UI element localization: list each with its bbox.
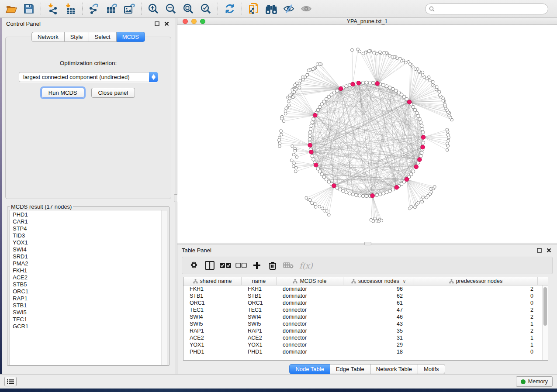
network-node[interactable] — [420, 124, 423, 127]
network-node[interactable] — [325, 210, 328, 213]
network-node[interactable] — [318, 205, 321, 208]
network-node[interactable] — [355, 193, 358, 197]
table-row[interactable]: STB1STB1dominator620 — [183, 292, 548, 299]
import-network-button[interactable] — [44, 1, 62, 16]
network-node[interactable] — [291, 145, 294, 148]
column-header-predecessor-nodes[interactable]: predecessor nodes — [414, 277, 538, 285]
export-image-button[interactable] — [121, 1, 138, 16]
network-node[interactable] — [431, 84, 434, 87]
network-node[interactable] — [421, 131, 425, 134]
network-node[interactable] — [292, 153, 295, 156]
apply-layout-button[interactable] — [221, 1, 239, 16]
network-node[interactable] — [446, 128, 449, 131]
save-session-button[interactable] — [20, 1, 38, 16]
table-scrollbar[interactable] — [542, 285, 548, 360]
network-node[interactable] — [418, 117, 422, 121]
table-row[interactable]: FKH1FKH1dominator962 — [183, 285, 548, 292]
network-node[interactable] — [438, 94, 441, 97]
show-all-button[interactable] — [298, 1, 315, 16]
network-node[interactable] — [388, 189, 392, 193]
tab-mcds[interactable]: MCDS — [117, 32, 145, 42]
toolbar-search[interactable] — [425, 3, 548, 14]
table-scrollbar-thumb[interactable] — [543, 287, 547, 326]
delete-table-button[interactable] — [282, 259, 295, 272]
network-node[interactable] — [385, 85, 388, 88]
network-node[interactable] — [372, 82, 375, 85]
network-node[interactable] — [431, 81, 434, 84]
network-node[interactable] — [294, 149, 297, 152]
network-node[interactable] — [382, 192, 385, 196]
network-node[interactable] — [429, 188, 432, 191]
network-node[interactable] — [447, 139, 450, 142]
network-node[interactable] — [351, 49, 354, 52]
column-header-successor-nodes[interactable]: successor nodes∨ — [343, 277, 414, 285]
network-node[interactable] — [285, 107, 288, 110]
network-node[interactable] — [410, 206, 413, 209]
mcds-hub-node[interactable] — [421, 145, 425, 150]
network-node[interactable] — [282, 120, 285, 123]
network-node[interactable] — [413, 108, 417, 112]
network-node[interactable] — [446, 149, 449, 152]
network-node[interactable] — [345, 85, 348, 88]
network-node[interactable] — [308, 138, 311, 141]
tab-motifs[interactable]: Motifs — [418, 364, 445, 374]
mcds-hub-node[interactable] — [351, 82, 355, 86]
network-graph[interactable] — [177, 25, 557, 243]
network-node[interactable] — [293, 91, 296, 94]
column-header-name[interactable]: name — [242, 277, 277, 285]
show-columns-button[interactable] — [203, 259, 216, 272]
network-node[interactable] — [298, 86, 301, 89]
mcds-node-item[interactable]: TID3 — [13, 232, 167, 239]
mcds-hub-node[interactable] — [314, 163, 318, 168]
network-node[interactable] — [380, 219, 383, 222]
network-node[interactable] — [358, 194, 362, 198]
network-node[interactable] — [415, 111, 419, 115]
float-panel-icon[interactable] — [535, 247, 543, 254]
mcds-hub-node[interactable] — [375, 82, 380, 86]
network-node[interactable] — [308, 199, 311, 202]
network-node[interactable] — [375, 193, 379, 197]
network-node[interactable] — [446, 134, 450, 137]
export-network-button[interactable] — [86, 1, 103, 16]
function-builder-button[interactable]: f(x) — [298, 259, 315, 272]
network-node[interactable] — [419, 121, 422, 124]
network-node[interactable] — [383, 52, 386, 55]
open-file-button[interactable] — [3, 1, 20, 16]
network-node[interactable] — [295, 156, 298, 159]
network-node[interactable] — [385, 191, 388, 194]
tab-node-table[interactable]: Node Table — [289, 364, 330, 374]
task-history-button[interactable] — [4, 377, 17, 386]
mcds-hub-node[interactable] — [332, 184, 336, 188]
network-node[interactable] — [414, 68, 417, 71]
mcds-node-item[interactable]: ACE2 — [13, 274, 167, 281]
mcds-list-scrollbar[interactable] — [161, 210, 167, 365]
splitter-grip[interactable] — [364, 242, 371, 245]
add-column-button[interactable] — [250, 259, 263, 272]
search-input[interactable] — [437, 6, 544, 12]
network-node[interactable] — [288, 97, 291, 100]
network-node[interactable] — [422, 196, 425, 199]
network-node[interactable] — [294, 84, 297, 87]
mcds-node-item[interactable]: PMA2 — [13, 260, 167, 267]
network-node[interactable] — [391, 188, 395, 192]
network-node[interactable] — [378, 193, 382, 196]
network-node[interactable] — [278, 142, 281, 145]
optimization-criterion-select[interactable]: largest connected component (undirected) — [19, 72, 158, 82]
network-node[interactable] — [365, 195, 368, 198]
network-node[interactable] — [309, 127, 312, 131]
mcds-node-item[interactable]: FKH1 — [13, 267, 167, 274]
zoom-fit-button[interactable] — [180, 1, 197, 16]
table-row[interactable]: PHD1PHD1dominator180 — [183, 348, 548, 355]
mcds-hub-node[interactable] — [418, 158, 422, 162]
network-node[interactable] — [391, 55, 394, 58]
select-all-button[interactable] — [219, 259, 232, 272]
mcds-hub-node[interactable] — [407, 100, 412, 104]
network-node[interactable] — [327, 213, 330, 217]
network-node[interactable] — [277, 139, 280, 142]
column-header-MCDS-role[interactable]: MCDS role — [277, 277, 343, 285]
network-node[interactable] — [290, 159, 293, 162]
network-node[interactable] — [293, 162, 296, 165]
export-web-page-button[interactable] — [245, 1, 263, 16]
network-node[interactable] — [391, 87, 395, 91]
network-node[interactable] — [345, 191, 348, 194]
